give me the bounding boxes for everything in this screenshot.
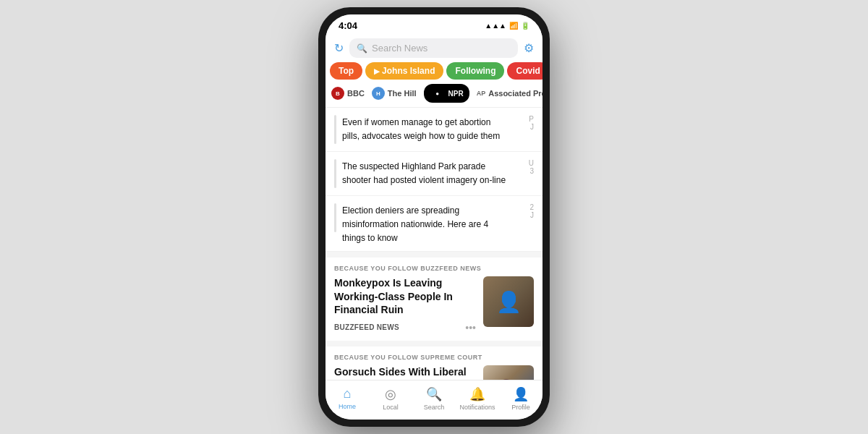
news-text-2: Election deniers are spreading misinform… [342,203,506,244]
phone-screen: 4:04 ▲▲▲ 📶 🔋 ↻ 🔍 Search News ⚙ Top ▶ Joh [326,14,542,420]
arrow-icon: ▶ [374,67,380,75]
follow-section-supreme: BECAUSE YOU FOLLOW SUPREME COURT Gorsuch… [326,346,542,380]
search-bar: ↻ 🔍 Search News ⚙ [326,34,542,62]
nav-local-label: Local [383,404,399,411]
follow-source-row-buzzfeed: BUZZFEED NEWS ••• [334,322,476,333]
hill-dot: H [372,87,385,100]
npr-dot: ● [430,85,446,101]
search-nav-icon: 🔍 [426,386,442,402]
bbc-dot: B [331,87,344,100]
follow-text-supreme: Gorsuch Sides With Liberal Justices To R… [334,365,476,380]
news-item-1[interactable]: The suspected Highland Park parade shoot… [326,152,542,196]
news-bar-1 [334,159,336,188]
home-icon: ⌂ [344,386,352,401]
nav-notifications-label: Notifications [459,404,495,411]
nav-notifications[interactable]: 🔔 Notifications [456,386,499,411]
tab-covid[interactable]: Covid [507,62,542,80]
follow-label-supreme: BECAUSE YOU FOLLOW SUPREME COURT [334,354,534,361]
news-meta-2: 2 J [512,203,534,219]
follow-article-buzzfeed[interactable]: Monkeypox Is Leaving Working-Class Peopl… [334,276,534,341]
settings-icon[interactable]: ⚙ [524,41,534,55]
source-ap[interactable]: AP Associated Press [477,89,542,98]
news-item-0[interactable]: Even if women manage to get abortion pil… [326,108,542,152]
nav-search[interactable]: 🔍 Search [412,386,456,411]
profile-icon: 👤 [513,386,529,402]
status-bar: 4:04 ▲▲▲ 📶 🔋 [326,14,542,34]
source-bbc[interactable]: B BBC [331,87,365,100]
content-area: Even if women manage to get abortion pil… [326,108,542,380]
follow-section-buzzfeed: BECAUSE YOU FOLLOW BUZZFEED NEWS Monkeyp… [326,258,542,346]
notifications-icon: 🔔 [469,386,485,402]
nav-search-label: Search [424,404,445,411]
search-icon: 🔍 [357,43,367,54]
news-headline-0: Even if women manage to get abortion pil… [342,117,500,141]
follow-img-inner-supreme: 👨‍⚖️ [483,365,534,380]
nav-home-label: Home [339,403,356,410]
news-bar-2 [334,203,336,232]
status-time: 4:04 [339,20,357,31]
news-meta-0: P J [512,115,534,131]
tab-following[interactable]: Following [446,62,504,80]
search-input-wrap[interactable]: 🔍 Search News [349,38,518,58]
follow-img-inner-buzzfeed: 👤 [483,276,534,327]
news-headline-1: The suspected Highland Park parade shoot… [342,161,506,185]
news-headline-2: Election deniers are spreading misinform… [342,205,488,243]
source-tabs: B BBC H The Hill ● NPR AP Associated Pre… [326,84,542,108]
local-icon: ◎ [385,386,396,402]
follow-more-buzzfeed[interactable]: ••• [465,322,476,333]
source-hill[interactable]: H The Hill [372,87,417,100]
follow-img-supreme: 👨‍⚖️ [483,365,534,380]
follow-label-buzzfeed: BECAUSE YOU FOLLOW BUZZFEED NEWS [334,265,534,272]
battery-icon: 🔋 [521,22,529,30]
search-placeholder: Search News [372,43,427,54]
phone-frame: 4:04 ▲▲▲ 📶 🔋 ↻ 🔍 Search News ⚙ Top ▶ Joh [318,7,550,427]
refresh-icon[interactable]: ↻ [334,41,344,55]
news-list: Even if women manage to get abortion pil… [326,108,542,258]
follow-title-buzzfeed: Monkeypox Is Leaving Working-Class Peopl… [334,276,476,316]
follow-title-supreme: Gorsuch Sides With Liberal Justices To R… [334,365,476,380]
news-meta-1: U 3 [512,159,534,175]
wifi-icon: 📶 [509,22,518,30]
ap-prefix: AP [477,90,486,97]
category-tabs: Top ▶ Johns Island Following Covid Ente [326,62,542,84]
follow-source-name-buzzfeed: BUZZFEED NEWS [334,323,399,331]
nav-home[interactable]: ⌂ Home [326,386,369,411]
tab-johns[interactable]: ▶ Johns Island [365,62,443,80]
news-text-1: The suspected Highland Park parade shoot… [342,159,506,187]
news-text-0: Even if women manage to get abortion pil… [342,115,506,142]
bottom-nav: ⌂ Home ◎ Local 🔍 Search 🔔 Notifications … [326,380,542,420]
follow-article-supreme[interactable]: Gorsuch Sides With Liberal Justices To R… [334,365,534,380]
follow-text-buzzfeed: Monkeypox Is Leaving Working-Class Peopl… [334,276,476,333]
news-item-2[interactable]: Election deniers are spreading misinform… [326,196,542,252]
signal-icon: ▲▲▲ [485,22,506,30]
nav-local[interactable]: ◎ Local [369,386,412,411]
news-bar-0 [334,115,336,144]
nav-profile-label: Profile [511,404,530,411]
tab-top[interactable]: Top [330,62,362,80]
source-npr[interactable]: ● NPR [424,84,469,103]
follow-img-buzzfeed: 👤 [483,276,534,327]
status-icons: ▲▲▲ 📶 🔋 [485,22,529,30]
nav-profile[interactable]: 👤 Profile [499,386,542,411]
